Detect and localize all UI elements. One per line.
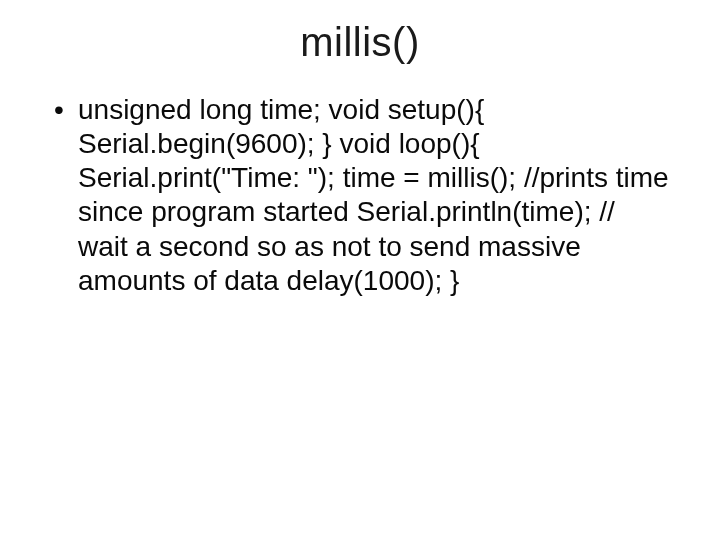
list-item: unsigned long time; void setup(){ Serial… — [50, 93, 670, 298]
slide-body: unsigned long time; void setup(){ Serial… — [50, 93, 670, 298]
bullet-list: unsigned long time; void setup(){ Serial… — [50, 93, 670, 298]
slide: millis() unsigned long time; void setup(… — [0, 0, 720, 540]
bullet-text: unsigned long time; void setup(){ Serial… — [78, 94, 669, 296]
slide-title: millis() — [50, 20, 670, 65]
